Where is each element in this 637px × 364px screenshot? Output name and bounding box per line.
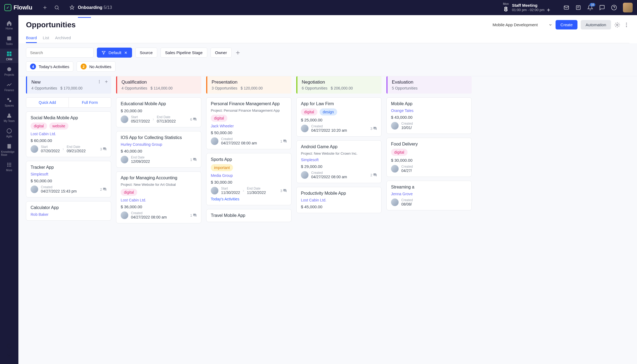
sidebar-item-projects[interactable]: Projects [0,64,18,78]
card-tag[interactable]: design [320,108,337,115]
comments-count[interactable]: 1 [190,158,197,162]
bell-icon[interactable]: 16 [587,5,593,11]
assignee-avatar[interactable] [121,115,128,123]
comments-count[interactable]: 1 [280,139,287,143]
opportunity-card[interactable]: Educational Mobile App$ 20,000.00Start05… [116,97,201,127]
card-tag[interactable]: digital [211,115,227,122]
column-menu-icon[interactable] [97,80,101,84]
card-link[interactable]: Simplesoft [301,158,377,162]
user-avatar[interactable] [623,3,633,12]
card-tag[interactable]: digital [391,149,408,156]
opportunity-card[interactable]: Social Media Mobile AppdigitalwebsiteLos… [26,111,111,157]
assignee-avatar[interactable] [391,165,399,173]
comments-count[interactable]: 6 [190,117,197,121]
card-link[interactable]: Simplesoft [31,172,107,176]
filter-default[interactable]: Default ✕ [97,48,132,58]
note-icon[interactable] [575,5,581,11]
card-link[interactable]: Jack Wheeler [211,124,287,128]
assignee-avatar[interactable] [121,156,128,163]
assignee-avatar[interactable] [31,145,38,153]
comments-count[interactable]: 3 [280,189,287,193]
opportunity-card[interactable]: App for Law Firmdigitaldesign$ 25,000.00… [296,97,382,137]
opportunity-card[interactable]: Calculator AppRob Baker [26,201,111,221]
quick-add-button[interactable]: Quick Add [26,98,68,107]
more-icon[interactable] [623,22,629,28]
opportunity-card[interactable]: App for Managing AccountingProject: New … [116,171,201,223]
mail-icon[interactable] [563,5,569,11]
today-activities-chip[interactable]: 4 Today's Activities [26,61,73,72]
filter-source[interactable]: Source [135,48,157,58]
card-link[interactable]: Jenna Grove [391,192,467,196]
sidebar-item-home[interactable]: Home [0,18,18,32]
tab-list[interactable]: List [43,33,49,43]
sidebar-item-spaces[interactable]: Spaces [0,95,18,109]
sidebar-item-tasks[interactable]: Tasks [0,33,18,48]
sidebar-item-agile[interactable]: Agile [0,126,18,140]
opportunity-card[interactable]: Personal Finance Management AppProject: … [206,97,291,149]
opportunity-card[interactable]: Streaming aJenna GroveCreated08/08/ [386,181,472,210]
opportunity-card[interactable]: Food Deliverydigital$ 30,000.00Created04… [386,138,472,177]
comments-count[interactable]: 2 [100,187,107,191]
card-link[interactable]: Lost Cabin Ltd. [31,132,107,136]
assignee-avatar[interactable] [391,198,399,206]
card-link[interactable]: Media Group [211,173,287,178]
automation-button[interactable]: Automation [581,20,611,29]
card-tag[interactable]: digital [121,189,137,196]
gear-icon[interactable] [614,22,620,28]
project-select[interactable]: Mobile App Development [492,22,552,27]
card-tag[interactable]: digital [301,108,317,115]
opportunity-card[interactable]: Productivity Mobile AppLost Cabin Ltd.$ … [296,187,382,213]
column-add-icon[interactable] [104,80,109,84]
filter-stage[interactable]: Sales Pipeline Stage [160,48,207,58]
full-form-button[interactable]: Full Form [68,98,111,107]
no-activities-chip[interactable]: 2 No Activities [77,61,116,72]
assignee-avatar[interactable] [31,186,38,193]
opportunity-card[interactable]: IOS App for Collecting StatisticsHurley … [116,131,201,168]
add-filter-icon[interactable] [235,50,241,56]
calendar-widget[interactable]: Mon 8 Staff Meeting 01:00 pm - 02:00 pm [503,2,551,13]
create-button[interactable]: Create [556,20,577,29]
chat-icon[interactable] [599,5,605,11]
comments-count[interactable]: 3 [100,147,107,151]
filter-owner[interactable]: Owner [211,48,232,58]
sidebar-gear-icon[interactable] [6,353,12,359]
sidebar-item-crm[interactable]: CRM [0,49,18,63]
opportunity-card[interactable]: Travel Mobile App [206,209,291,222]
opportunity-card[interactable]: Sports AppimportantMedia Group$ 30,000.0… [206,153,291,205]
sidebar-item-kb[interactable]: Knowledge Base [0,141,18,158]
card-link[interactable]: Orange Tales [391,108,467,113]
today-activities-link[interactable]: Today's Activities [211,197,287,201]
card-link[interactable]: Lost Cabin Ltd. [121,198,197,202]
plus-icon[interactable] [42,5,48,10]
opportunity-card[interactable]: Android Game AppProject: New Website for… [296,140,382,183]
sidebar-item-more[interactable]: More [0,160,18,174]
card-tag[interactable]: digital [31,123,47,130]
card-link[interactable]: Hurley Consulting Group [121,142,197,147]
assignee-avatar[interactable] [211,137,218,145]
help-icon[interactable] [611,5,617,11]
onboarding-progress[interactable]: Onboarding 5/13 [69,5,112,10]
card-tag[interactable]: website [49,123,68,130]
add-event-icon[interactable] [546,8,551,12]
search-icon[interactable] [54,5,60,10]
sidebar-item-finance[interactable]: Finance [0,80,18,94]
close-icon[interactable]: ✕ [124,51,127,55]
comments-count[interactable]: 2 [370,173,377,177]
card-tag[interactable]: important [211,164,233,171]
assignee-avatar[interactable] [301,125,308,132]
assignee-avatar[interactable] [211,187,218,194]
assignee-avatar[interactable] [121,211,128,219]
comments-count[interactable]: 1 [190,213,197,217]
tab-board[interactable]: Board [26,33,37,43]
assignee-avatar[interactable] [391,122,399,130]
search-input[interactable] [26,48,94,58]
card-link[interactable]: Lost Cabin Ltd. [301,198,377,202]
card-link[interactable]: Rob Baker [31,212,107,217]
opportunity-card[interactable]: Tracker AppSimplesoft$ 50,000.00Created0… [26,161,111,197]
logo[interactable]: ✓ Flowlu [4,4,32,11]
assignee-avatar[interactable] [301,171,308,179]
comments-count[interactable]: 3 [370,127,377,131]
sidebar-refresh-icon[interactable] [6,343,12,349]
sidebar-item-team[interactable]: My Team [0,110,18,125]
opportunity-card[interactable]: Mobile AppOrange Tales$ 43,000.00Created… [386,97,472,134]
